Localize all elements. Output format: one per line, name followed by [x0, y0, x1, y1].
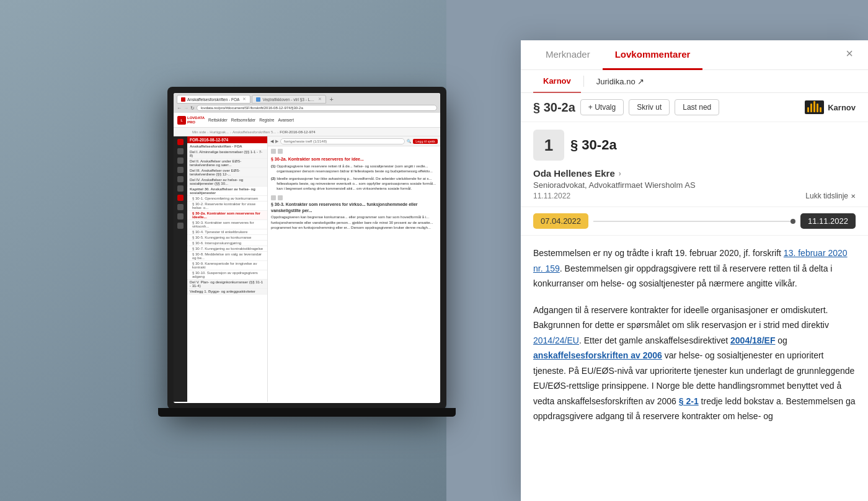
source-tab-divider [583, 76, 584, 87]
content-search-bar[interactable]: forrige/neste treff (1/2148) [280, 138, 405, 144]
bookmark-button[interactable]: Legg til sjekk [413, 139, 438, 144]
icon-karnov [278, 149, 283, 154]
timeline-start-label[interactable]: 07.04.2022 [533, 213, 588, 229]
toc-item-30-7[interactable]: § 30-7. Kunngjøring av kontraktstildrage… [187, 246, 267, 252]
karnov-text: Karnov [828, 103, 856, 112]
author-date-row: 11.11.2022 Lukk tidslinje ✕ [533, 192, 856, 200]
section-title-main: § 30-2a [570, 137, 617, 153]
timeline-end-dot [790, 219, 795, 224]
sidebar-icon-law[interactable] [177, 195, 184, 201]
toc-item-kap30[interactable]: Kapittel 30. Anskaffelser av helse- og s… [187, 187, 267, 196]
tab-lovkommentarer[interactable]: Lovkommentarer [603, 40, 703, 70]
sidebar-icon-help[interactable] [177, 204, 184, 210]
tab-favicon-1 [181, 97, 185, 102]
content-section-icons [271, 149, 437, 154]
search-icon[interactable]: 🔍 [407, 139, 411, 143]
author-name: Oda Hellenes Ekre [533, 168, 615, 179]
tab-close-1[interactable]: ✕ [242, 97, 246, 102]
breadcrumb-forskrift[interactable]: Anskaffelsesforskriften 5... [232, 130, 276, 134]
utvalg-button[interactable]: + Utvalg [580, 99, 624, 115]
link-paragraph2-1[interactable]: § 2-1 [679, 396, 699, 406]
source-tabs: Karnov Juridika.no ↗ [521, 70, 868, 93]
tab-merknader[interactable]: Merknader [533, 40, 603, 70]
source-tab-karnov[interactable]: Karnov [533, 70, 581, 93]
link-eu2004[interactable]: 2004/18/EF [730, 335, 775, 345]
address-bar[interactable]: lovdata.no/pro/#document/SF/forskrift/20… [197, 105, 437, 111]
tab-favicon-2 [256, 97, 260, 102]
nav-rettsomrader[interactable]: Rettsområder [231, 118, 255, 122]
breadcrumb-home[interactable]: Min side [192, 130, 206, 134]
toc-item-30-2a-active[interactable]: § 30-2a. Kontrakter som reserveres for i… [187, 211, 267, 220]
toc-item-del2[interactable]: Del II. Anskaffelser under EØS-terskelve… [187, 159, 267, 168]
toc-doc-subtitle: Anskaffelsesforskriften - FOA [187, 143, 267, 149]
toc-item-30-2[interactable]: § 30-2. Reserverte kontrakter for visse … [187, 202, 267, 211]
toc-item-vedlegg[interactable]: Vedlegg 1. Bygge- og anleggsaktiviteter [187, 289, 267, 295]
toc-item-30-9[interactable]: § 30-9. Karensperiode for inngivelse av … [187, 261, 267, 270]
nav-rettskilder[interactable]: Rettskilder [208, 118, 228, 122]
toc-item-30-5[interactable]: § 30-5. Kunngjøring av konkurranse [187, 235, 267, 241]
commentary-para-1: Bestemmelsen er ny og trådte i kraft 19.… [533, 246, 856, 291]
laptop-base [158, 408, 456, 417]
link-eu2014[interactable]: 2014/24/EU [533, 335, 579, 345]
tab-label-1[interactable]: Anskaffelsesforskriften - FOA [187, 97, 239, 102]
close-timeline-button[interactable]: Lukk tidslinje ✕ [805, 192, 856, 200]
law-commentary-panel: Merknader Lovkommentarer × Karnov Juridi… [521, 40, 868, 501]
sidebar-icon-chat[interactable] [177, 213, 184, 219]
para-2: (2) Ideelle organisasjoner har ikke avka… [271, 176, 437, 192]
commentary-content: Bestemmelsen er ny og trådte i kraft 19.… [521, 236, 868, 501]
toc-item-30-8[interactable]: § 30-8. Meddelelse om valg av leverandør… [187, 252, 267, 261]
sidebar-icon-bell[interactable] [177, 167, 184, 173]
author-name-row: Oda Hellenes Ekre › [533, 168, 856, 179]
content-nav-prev[interactable]: ◀ [270, 139, 273, 144]
breadcrumb-hurtigpak[interactable]: Hurtigpak... [210, 130, 229, 134]
refresh-button[interactable]: ↻ [190, 105, 195, 111]
sidebar-icon-time[interactable] [177, 185, 184, 192]
toc-item-30-10[interactable]: § 30-10. Suspensjon av oppdragsgivers ad… [187, 270, 267, 280]
toc-item-30-3[interactable]: § 30-3. Kontrakter som reserveres for vi… [187, 220, 267, 229]
sidebar-icon-doc[interactable] [177, 148, 184, 154]
sidebar-icon-search[interactable] [177, 157, 184, 164]
para-1: (1) Oppdragsgivere kan reservere retten … [271, 164, 437, 174]
nav-avansert[interactable]: Avansert [278, 118, 294, 122]
nav-registre[interactable]: Registre [259, 118, 274, 122]
back-button[interactable]: ← [177, 105, 182, 111]
toc-item-del1[interactable]: Del I. Alminnelige bestemmelser (§§ 1-1 … [187, 149, 267, 159]
toc-panel: FOR-2016-08-12-974 Anskaffelsesforskrift… [187, 136, 268, 402]
skriv-ut-button[interactable]: Skriv ut [629, 99, 670, 115]
tab-label-2[interactable]: Vegtrafikkloven - vtrl §3 - Lov... [262, 97, 315, 102]
toc-item-del4[interactable]: Del IV. Anskaffelser av helse- og sosial… [187, 177, 267, 187]
forward-button[interactable]: → [184, 105, 188, 111]
timeline-section: 07.04.2022 11.11.2022 [521, 207, 868, 236]
section-30-2a-title: § 30-2a. Kontrakter som reserveres for i… [271, 156, 437, 162]
timeline-bar: 07.04.2022 11.11.2022 [533, 213, 856, 229]
toc-item-30-6[interactable]: § 30-6. Intensjonskunngjøring [187, 241, 267, 246]
icon-bookmark [271, 149, 276, 154]
timeline-end-label[interactable]: 11.11.2022 [800, 213, 856, 229]
link-feb2020[interactable]: 13. februar 2020 nr. 159 [533, 248, 848, 273]
author-role: Senioradvokat, Advokatfirmaet Wiersholm … [533, 180, 856, 190]
toc-item-30-1[interactable]: § 30-1. Gjennomføring av konkurransen [187, 196, 267, 202]
lovdata-logo: L LOVDATAPRO [177, 116, 205, 125]
sidebar-icon-settings[interactable] [177, 223, 184, 229]
last-ned-button[interactable]: Last ned [675, 99, 719, 115]
sidebar-icon-home[interactable] [177, 139, 184, 145]
content-nav-next[interactable]: ▶ [275, 139, 278, 144]
tab-close-2[interactable]: ✕ [318, 97, 322, 102]
toc-item-30-4[interactable]: § 30-4. Tjenester til enkeltbrukere [187, 229, 267, 235]
toc-item-del5[interactable]: Del V. Plan- og designkonkurranser (§§ 3… [187, 280, 267, 289]
author-arrow-icon[interactable]: › [619, 169, 621, 178]
sidebar-icon-person[interactable] [177, 176, 184, 182]
toc-item-del3[interactable]: Del III. Anskaffelser over EØS-terskelve… [187, 168, 267, 177]
icon-karnov-2 [278, 195, 283, 200]
source-tab-juridika[interactable]: Juridika.no ↗ [587, 71, 654, 92]
left-sidebar [174, 136, 187, 402]
close-button[interactable]: × [839, 40, 856, 67]
commentary-para-2: Adgangen til å reservere kontrakter for … [533, 303, 856, 424]
icon-bookmark-2 [271, 195, 276, 200]
link-anskaffelsesforskriften[interactable]: anskaffelsesforskriften av 2006 [533, 350, 662, 360]
add-tab-button[interactable]: + [327, 95, 335, 103]
para-30-3: Oppdragsgiveren kan begrense konkurranse… [271, 215, 437, 230]
breadcrumb-sep-1: › [207, 130, 208, 134]
section-30-3-title: § 30-3. Kontrakter som reserveres for vi… [271, 202, 437, 214]
content-section-icons-2 [271, 195, 437, 200]
